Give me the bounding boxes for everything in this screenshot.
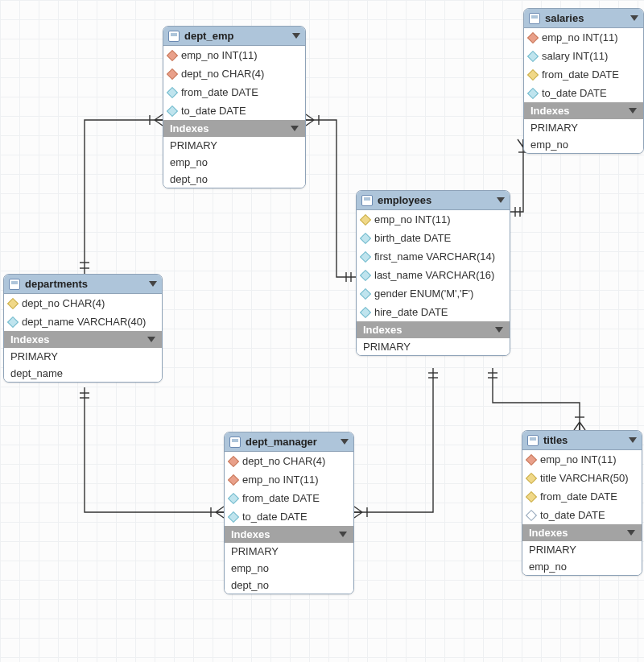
chevron-down-icon[interactable] [339, 532, 347, 537]
column-row[interactable]: from_date DATE [225, 489, 353, 507]
field-icon [7, 316, 19, 327]
index-row[interactable]: emp_no [524, 136, 643, 153]
column-row[interactable]: from_date DATE [522, 487, 642, 506]
index-row[interactable]: PRIMARY [4, 348, 162, 365]
chevron-down-icon[interactable] [629, 108, 637, 114]
field-icon [527, 50, 539, 61]
chevron-down-icon[interactable] [497, 197, 505, 203]
chevron-down-icon[interactable] [341, 439, 349, 445]
indexes-header-label: Indexes [170, 122, 208, 134]
column-row[interactable]: dept_no CHAR(4) [225, 452, 353, 470]
table-header[interactable]: employees [357, 191, 510, 210]
key-icon [360, 213, 371, 225]
table-header[interactable]: dept_emp [163, 27, 305, 46]
indexes-header-label: Indexes [529, 527, 568, 539]
index-row[interactable]: PRIMARY [522, 541, 642, 558]
diagram-canvas[interactable]: dept_empemp_no INT(11)dept_no CHAR(4)fro… [0, 0, 644, 662]
column-row[interactable]: last_name VARCHAR(16) [357, 266, 510, 284]
field-icon [167, 86, 178, 97]
index-row[interactable]: PRIMARY [163, 137, 305, 154]
indexes-header-label: Indexes [10, 333, 49, 345]
chevron-down-icon[interactable] [495, 327, 503, 333]
column-row[interactable]: from_date DATE [524, 65, 643, 84]
chevron-down-icon[interactable] [292, 33, 300, 39]
chevron-down-icon[interactable] [147, 337, 155, 342]
indexes-section: PRIMARYemp_no [524, 119, 643, 153]
table-icon [527, 435, 539, 446]
index-row[interactable]: PRIMARY [524, 119, 643, 136]
column-row[interactable]: dept_no CHAR(4) [4, 294, 162, 312]
table-header[interactable]: departments [4, 275, 162, 294]
column-row[interactable]: salary INT(11) [524, 47, 643, 65]
chevron-down-icon[interactable] [627, 530, 635, 536]
column-row[interactable]: emp_no INT(11) [225, 470, 353, 489]
column-label: emp_no INT(11) [242, 474, 319, 486]
field-icon [360, 288, 371, 299]
indexes-section: PRIMARYemp_no [522, 541, 642, 575]
table-salaries[interactable]: salariesemp_no INT(11)salary INT(11)from… [523, 8, 644, 154]
indexes-header[interactable]: Indexes [4, 331, 162, 348]
column-row[interactable]: emp_no INT(11) [163, 46, 305, 64]
table-title: employees [378, 194, 431, 206]
chevron-down-icon[interactable] [629, 437, 637, 443]
key-icon [7, 297, 19, 308]
indexes-header[interactable]: Indexes [163, 120, 305, 137]
columns-section: dept_no CHAR(4)dept_name VARCHAR(40) [4, 294, 162, 331]
chevron-down-icon[interactable] [291, 126, 299, 131]
column-row[interactable]: emp_no INT(11) [357, 210, 510, 229]
index-row[interactable]: emp_no [522, 558, 642, 575]
field-icon [360, 250, 371, 262]
table-title: salaries [545, 12, 584, 24]
column-row[interactable]: to_date DATE [522, 506, 642, 524]
column-row[interactable]: gender ENUM('M','F') [357, 284, 510, 303]
column-label: to_date DATE [242, 511, 308, 523]
column-row[interactable]: title VARCHAR(50) [522, 469, 642, 487]
index-row[interactable]: dept_no [225, 577, 353, 594]
column-row[interactable]: hire_date DATE [357, 303, 510, 321]
column-label: last_name VARCHAR(16) [374, 269, 494, 281]
column-label: emp_no INT(11) [542, 31, 618, 43]
column-row[interactable]: birth_date DATE [357, 229, 510, 247]
index-row[interactable]: dept_no [163, 171, 305, 188]
column-row[interactable]: dept_no CHAR(4) [163, 64, 305, 83]
column-label: birth_date DATE [374, 232, 451, 244]
column-row[interactable]: to_date DATE [163, 101, 305, 120]
chevron-down-icon[interactable] [149, 281, 157, 287]
key-icon [167, 49, 178, 60]
table-header[interactable]: salaries [524, 9, 643, 28]
table-header[interactable]: titles [522, 431, 642, 450]
indexes-header[interactable]: Indexes [522, 524, 642, 541]
index-row[interactable]: PRIMARY [357, 338, 510, 355]
table-header[interactable]: dept_manager [225, 432, 353, 452]
chevron-down-icon[interactable] [630, 15, 638, 21]
column-row[interactable]: dept_name VARCHAR(40) [4, 312, 162, 331]
column-row[interactable]: to_date DATE [225, 507, 353, 526]
column-label: salary INT(11) [542, 50, 608, 62]
column-label: from_date DATE [242, 492, 320, 504]
key-icon [167, 68, 178, 79]
index-row[interactable]: dept_name [4, 365, 162, 382]
column-row[interactable]: to_date DATE [524, 84, 643, 102]
table-icon [361, 195, 373, 206]
table-dept_emp[interactable]: dept_empemp_no INT(11)dept_no CHAR(4)fro… [163, 26, 306, 188]
table-departments[interactable]: departmentsdept_no CHAR(4)dept_name VARC… [3, 274, 163, 383]
column-row[interactable]: first_name VARCHAR(14) [357, 247, 510, 266]
field-icon [167, 105, 178, 116]
table-dept_manager[interactable]: dept_managerdept_no CHAR(4)emp_no INT(11… [224, 432, 354, 594]
column-row[interactable]: emp_no INT(11) [522, 450, 642, 469]
columns-section: emp_no INT(11)dept_no CHAR(4)from_date D… [163, 46, 305, 120]
column-label: from_date DATE [540, 490, 617, 503]
index-row[interactable]: emp_no [163, 154, 305, 171]
table-title: dept_manager [246, 436, 317, 448]
table-employees[interactable]: employeesemp_no INT(11)birth_date DATEfi… [356, 190, 510, 356]
indexes-header[interactable]: Indexes [225, 526, 353, 543]
indexes-header[interactable]: Indexes [524, 102, 643, 119]
index-row[interactable]: emp_no [225, 560, 353, 577]
table-titles[interactable]: titlesemp_no INT(11)title VARCHAR(50)fro… [522, 430, 642, 576]
indexes-header[interactable]: Indexes [357, 321, 510, 338]
column-label: from_date DATE [181, 86, 258, 98]
column-row[interactable]: from_date DATE [163, 83, 305, 101]
column-label: emp_no INT(11) [540, 453, 617, 465]
column-row[interactable]: emp_no INT(11) [524, 28, 643, 47]
index-row[interactable]: PRIMARY [225, 543, 353, 560]
